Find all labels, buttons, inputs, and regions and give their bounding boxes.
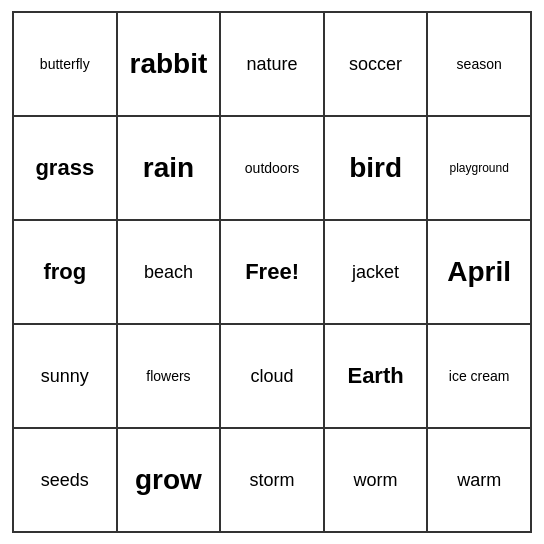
cell-3-3: Earth [324, 324, 428, 428]
cell-4-4: warm [427, 428, 531, 532]
cell-4-0: seeds [13, 428, 117, 532]
cell-0-0: butterfly [13, 12, 117, 116]
cell-3-2: cloud [220, 324, 324, 428]
cell-3-4: ice cream [427, 324, 531, 428]
cell-1-4: playground [427, 116, 531, 220]
cell-0-3: soccer [324, 12, 428, 116]
bingo-board: butterflyrabbitnaturesoccerseasongrassra… [12, 11, 532, 533]
cell-0-2: nature [220, 12, 324, 116]
cell-0-4: season [427, 12, 531, 116]
cell-1-3: bird [324, 116, 428, 220]
cell-4-1: grow [117, 428, 221, 532]
cell-1-2: outdoors [220, 116, 324, 220]
cell-1-1: rain [117, 116, 221, 220]
cell-4-3: worm [324, 428, 428, 532]
cell-2-0: frog [13, 220, 117, 324]
cell-3-1: flowers [117, 324, 221, 428]
cell-2-1: beach [117, 220, 221, 324]
cell-1-0: grass [13, 116, 117, 220]
cell-2-2: Free! [220, 220, 324, 324]
cell-2-3: jacket [324, 220, 428, 324]
cell-2-4: April [427, 220, 531, 324]
cell-3-0: sunny [13, 324, 117, 428]
cell-0-1: rabbit [117, 12, 221, 116]
cell-4-2: storm [220, 428, 324, 532]
